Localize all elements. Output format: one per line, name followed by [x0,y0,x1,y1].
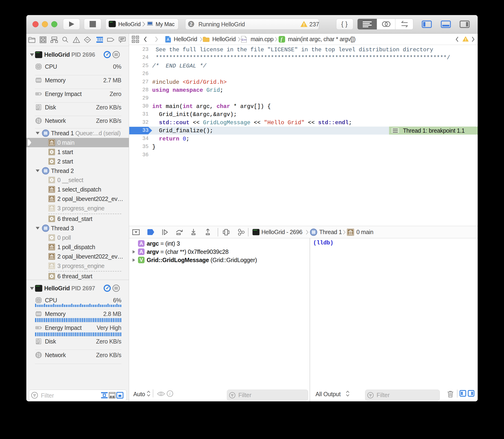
svg-text:My Mac: My Mac [156,21,175,27]
svg-text:i: i [169,391,170,396]
svg-text:HelloGrid: HelloGrid [118,21,141,27]
svg-text:C++: C++ [242,38,246,41]
